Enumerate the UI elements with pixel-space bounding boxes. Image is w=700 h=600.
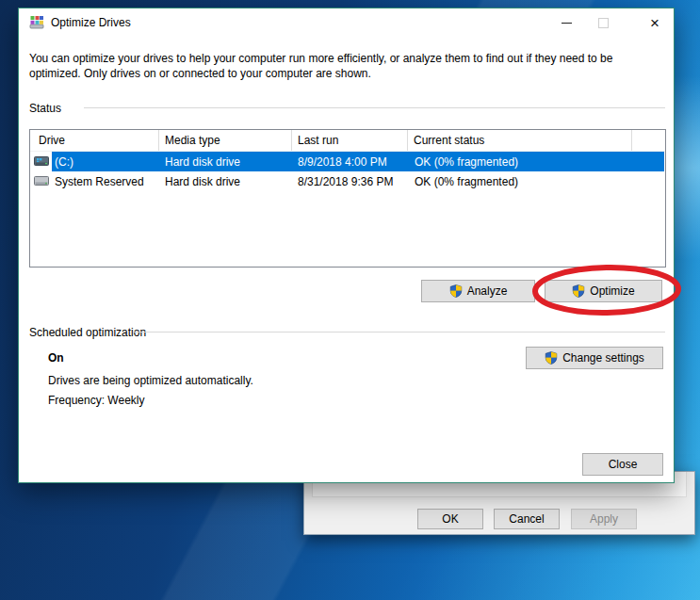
analyze-button[interactable]: Analyze <box>421 280 535 302</box>
optimize-button[interactable]: Optimize <box>545 280 662 302</box>
ok-button-label: OK <box>442 512 458 526</box>
maximize-icon <box>598 18 609 28</box>
cell-last-run: 8/31/2018 9:36 PM <box>292 175 408 188</box>
apply-button-label: Apply <box>590 512 618 526</box>
close-window-button[interactable]: × <box>638 8 672 37</box>
hard-drive-c-icon <box>34 155 49 168</box>
ok-button[interactable]: OK <box>417 509 483 529</box>
cancel-button-label: Cancel <box>509 512 544 526</box>
close-icon: × <box>650 15 659 31</box>
schedule-frequency: Frequency: Weekly <box>48 394 145 407</box>
scheduled-group-divider <box>133 332 665 332</box>
scheduled-group-label: Scheduled optimization <box>29 326 146 339</box>
column-header-last-run[interactable]: Last run <box>292 130 408 151</box>
optimize-button-label: Optimize <box>590 284 634 298</box>
uac-shield-icon <box>545 351 558 365</box>
cell-media-type: Hard disk drive <box>159 155 292 169</box>
drives-list-header: Drive Media type Last run Current status <box>30 130 665 152</box>
cell-drive-name: System Reserved <box>30 175 159 188</box>
change-settings-button[interactable]: Change settings <box>526 347 663 369</box>
status-group-label: Status <box>29 102 61 115</box>
hard-drive-icon <box>34 175 49 187</box>
table-row-system-reserved[interactable]: System Reserved Hard disk drive 8/31/201… <box>30 171 665 191</box>
change-settings-button-label: Change settings <box>562 351 644 365</box>
column-header-current-status[interactable]: Current status <box>408 130 632 151</box>
close-button-label: Close <box>609 458 638 471</box>
cell-drive-name: (C:) <box>30 155 159 169</box>
close-button[interactable]: Close <box>582 453 663 476</box>
column-header-drive[interactable]: Drive <box>30 130 159 151</box>
cell-current-status: OK (0% fragmented) <box>408 175 665 188</box>
cancel-button[interactable]: Cancel <box>494 509 560 529</box>
cell-current-status: OK (0% fragmented) <box>408 155 665 169</box>
title-bar: Optimize Drives × <box>19 8 674 37</box>
drives-list: Drive Media type Last run Current status… <box>29 129 666 268</box>
minimize-button[interactable] <box>550 8 582 37</box>
cell-last-run: 8/9/2018 4:00 PM <box>292 155 408 169</box>
dialog-description: You can optimize your drives to help you… <box>29 51 646 81</box>
minimize-icon <box>562 23 572 24</box>
optimize-drives-dialog: Optimize Drives × You can optimize your … <box>18 8 675 483</box>
table-row-drive-c[interactable]: (C:) Hard disk drive 8/9/2018 4:00 PM OK… <box>30 152 665 171</box>
column-header-media-type[interactable]: Media type <box>159 130 292 151</box>
maximize-button-disabled <box>587 8 619 37</box>
uac-shield-icon <box>572 284 585 298</box>
window-title: Optimize Drives <box>51 16 131 29</box>
schedule-detail: Drives are being optimized automatically… <box>48 374 253 387</box>
status-group-divider <box>84 107 665 108</box>
apply-button-disabled: Apply <box>571 509 637 529</box>
defrag-app-icon <box>29 15 44 30</box>
schedule-state: On <box>48 351 64 365</box>
cell-media-type: Hard disk drive <box>159 175 292 188</box>
analyze-button-label: Analyze <box>467 284 508 298</box>
uac-shield-icon <box>449 284 463 298</box>
